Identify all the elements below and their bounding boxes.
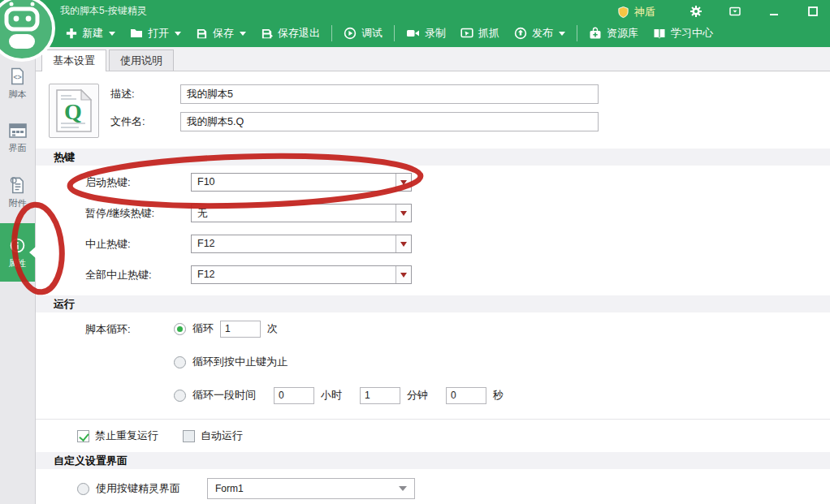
start-hotkey-label: 启动热键:: [85, 175, 191, 190]
seconds-input[interactable]: 0: [446, 387, 486, 404]
sidebar-item-properties[interactable]: 属性: [0, 223, 35, 282]
window-controls: [689, 4, 820, 19]
chevron-down-icon: [559, 32, 565, 39]
dropdown-arrow-icon: [396, 205, 411, 222]
file-info-block: Q 描述: 我的脚本5 文件名: 我的脚本5.Q: [36, 71, 830, 138]
divider: [36, 419, 830, 420]
checked-checkbox-icon: [77, 430, 89, 442]
settings-gear-icon[interactable]: [689, 4, 703, 19]
pause-resume-hotkey-label: 暂停/继续热键:: [85, 206, 191, 221]
stop-all-hotkey-select[interactable]: F12: [191, 265, 412, 284]
loop-count-option-label: 循环: [192, 321, 214, 336]
left-sidebar: <> 脚本 界面 附件 属性: [0, 47, 36, 504]
filename-label: 文件名:: [110, 114, 180, 129]
hotkeys-section-header: 热键: [36, 149, 830, 166]
custom-ui-section-header: 自定义设置界面: [36, 452, 830, 469]
no-repeat-run-checkbox[interactable]: 禁止重复运行: [77, 429, 158, 443]
toolbar-separator: [577, 25, 577, 41]
chevron-down-icon: [399, 486, 407, 495]
seconds-label: 秒: [493, 388, 504, 403]
sidebar-item-attachment[interactable]: 附件: [0, 169, 35, 216]
sidebar-item-interface[interactable]: 界面: [0, 114, 35, 162]
pause-resume-hotkey-select[interactable]: 无: [191, 204, 412, 222]
debug-button[interactable]: 调试: [336, 23, 390, 44]
publish-icon: [514, 27, 527, 40]
loop-duration-label: 循环一段时间: [192, 388, 256, 403]
stop-all-hotkey-label: 全部中止热键:: [85, 268, 191, 282]
minimize-icon[interactable]: [767, 4, 781, 19]
window-grid-icon: [8, 122, 28, 140]
dropdown-arrow-icon: [396, 174, 411, 191]
minutes-label: 分钟: [407, 388, 428, 403]
script-loop-label: 脚本循环:: [85, 319, 174, 405]
shield-protection-badge[interactable]: 神盾: [617, 5, 655, 19]
save-button[interactable]: 保存: [188, 23, 253, 44]
description-input[interactable]: 我的脚本5: [180, 84, 599, 104]
book-icon: [653, 28, 666, 40]
learning-center-button[interactable]: 学习中心: [646, 23, 720, 44]
library-bag-icon: [589, 27, 602, 40]
start-hotkey-select[interactable]: F10: [191, 173, 412, 192]
loop-count-suffix: 次: [267, 321, 278, 336]
toolbar-separator: [331, 25, 332, 41]
shield-icon: [617, 6, 629, 19]
plus-icon: [66, 28, 77, 39]
loop-until-stop-label: 循环到按中止键为止: [192, 355, 287, 369]
dropdown-arrow-icon: [396, 266, 411, 283]
save-exit-icon: [261, 28, 273, 40]
loop-count-input[interactable]: 1: [220, 321, 261, 338]
form-select[interactable]: Form1: [207, 478, 415, 499]
q-script-file-icon: Q: [49, 84, 99, 138]
save-icon: [196, 28, 208, 40]
use-quickmacro-ui-radio[interactable]: [77, 483, 89, 495]
filename-input[interactable]: 我的脚本5.Q: [180, 112, 599, 131]
script-file-icon: <>: [8, 67, 27, 86]
autorun-label: 自动运行: [201, 429, 243, 443]
dropdown-arrow-icon: [396, 235, 411, 252]
titlebar: 我的脚本5-按键精灵 神盾 新建: [0, 0, 830, 47]
capture-button[interactable]: 抓抓: [453, 23, 507, 44]
chevron-down-icon: [175, 32, 181, 39]
basic-settings-panel: Q 描述: 我的脚本5 文件名: 我的脚本5.Q: [36, 71, 830, 504]
stop-hotkey-label: 中止热键:: [85, 237, 191, 252]
shield-label: 神盾: [634, 5, 655, 19]
chevron-down-icon: [109, 32, 115, 39]
use-quickmacro-ui-label: 使用按键精灵界面: [96, 481, 201, 496]
loop-count-radio[interactable]: [174, 323, 186, 335]
folder-icon: [130, 28, 143, 39]
sidebar-item-script[interactable]: <> 脚本: [0, 60, 35, 107]
unchecked-checkbox-icon: [183, 430, 195, 442]
window-title: 我的脚本5-按键精灵: [60, 4, 147, 18]
hours-label: 小时: [321, 388, 342, 403]
no-repeat-run-label: 禁止重复运行: [95, 429, 158, 443]
svg-text:<>: <>: [13, 73, 21, 81]
app-logo-robot-icon: [0, 0, 57, 63]
loop-duration-radio[interactable]: [174, 390, 186, 402]
run-section-header: 运行: [36, 295, 830, 312]
attachment-file-icon: [8, 175, 27, 195]
camera-icon: [406, 28, 420, 39]
minimize-to-tray-icon[interactable]: [728, 4, 742, 19]
play-circle-icon: [344, 27, 357, 40]
description-label: 描述:: [110, 87, 180, 101]
properties-info-icon: [8, 236, 27, 255]
autorun-checkbox[interactable]: 自动运行: [183, 429, 243, 443]
screen-capture-icon: [460, 28, 473, 40]
tab-bar: 基本设置 使用说明: [36, 47, 830, 71]
minutes-input[interactable]: 1: [360, 387, 400, 404]
new-button[interactable]: 新建: [58, 23, 123, 44]
quick-macro-window: 我的脚本5-按键精灵 神盾 新建: [0, 0, 830, 504]
chevron-down-icon: [240, 32, 246, 39]
resource-library-button[interactable]: 资源库: [581, 23, 646, 44]
loop-until-stop-radio[interactable]: [174, 356, 186, 368]
tab-usage-instructions[interactable]: 使用说明: [109, 50, 174, 71]
record-button[interactable]: 录制: [399, 23, 453, 44]
save-exit-button[interactable]: 保存退出: [253, 23, 327, 44]
publish-button[interactable]: 发布: [507, 23, 573, 44]
toolbar: 新建 打开 保存 保存退出 调试 录制: [58, 21, 830, 45]
svg-text:Q: Q: [64, 99, 82, 124]
open-button[interactable]: 打开: [123, 23, 188, 44]
stop-hotkey-select[interactable]: F12: [191, 235, 412, 253]
hours-input[interactable]: 0: [274, 387, 314, 404]
maximize-icon[interactable]: [806, 4, 820, 19]
